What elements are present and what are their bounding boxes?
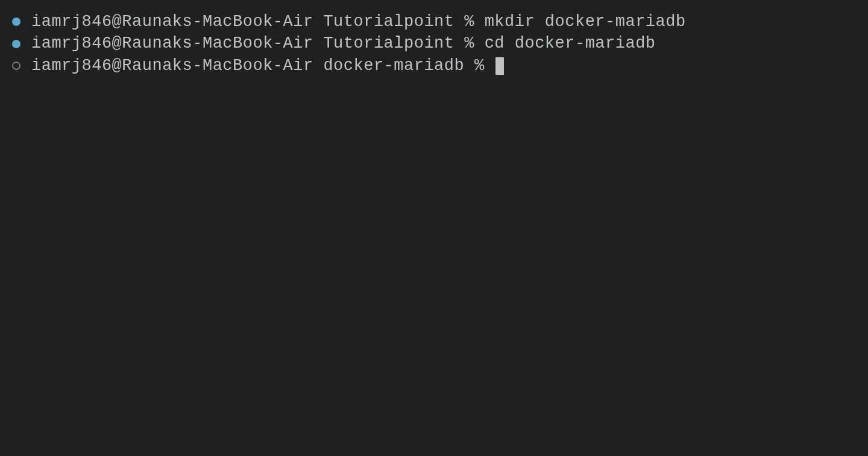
terminal-line: iamrj846@Raunaks-MacBook-Air Tutorialpoi… xyxy=(12,33,856,54)
status-bullet-icon xyxy=(12,40,20,48)
prompt-text: iamrj846@Raunaks-MacBook-Air Tutorialpoi… xyxy=(31,11,686,33)
terminal-window[interactable]: iamrj846@Raunaks-MacBook-Air Tutorialpoi… xyxy=(12,11,856,77)
cursor-icon xyxy=(495,57,504,75)
terminal-line: iamrj846@Raunaks-MacBook-Air Tutorialpoi… xyxy=(12,11,856,33)
prompt-text: iamrj846@Raunaks-MacBook-Air Tutorialpoi… xyxy=(31,33,656,54)
status-bullet-icon xyxy=(12,17,20,26)
status-bullet-icon xyxy=(12,62,20,70)
prompt-text: iamrj846@Raunaks-MacBook-Air docker-mari… xyxy=(31,55,504,77)
terminal-line: iamrj846@Raunaks-MacBook-Air docker-mari… xyxy=(12,55,856,77)
